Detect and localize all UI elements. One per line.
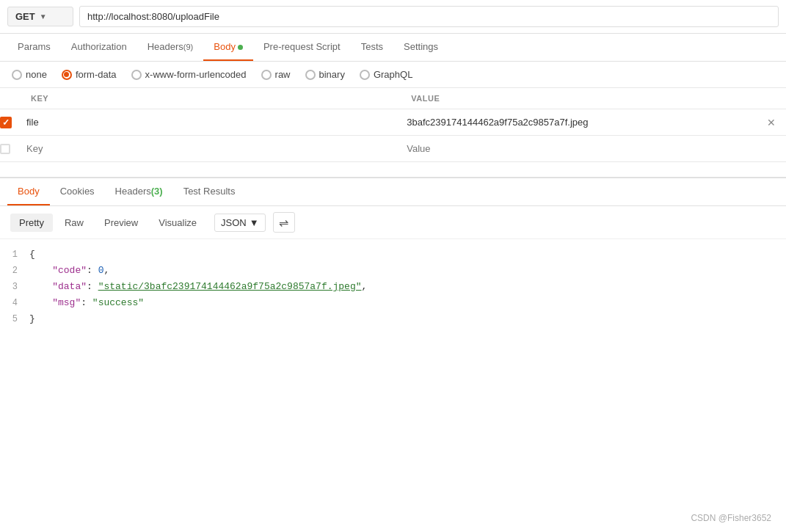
tab-params[interactable]: Params — [7, 34, 61, 61]
line-num-1: 1 — [0, 247, 29, 263]
line-num-5: 5 — [0, 311, 29, 327]
wrap-button[interactable]: ⇌ — [273, 212, 295, 233]
format-chevron-icon: ▼ — [250, 217, 259, 228]
code-line-5: 5 } — [0, 311, 786, 327]
placeholder-key-input[interactable] — [19, 136, 399, 161]
option-none[interactable]: none — [12, 69, 47, 80]
url-bar: GET ▼ — [0, 0, 786, 34]
url-input[interactable] — [79, 6, 779, 27]
option-form-data[interactable]: form-data — [62, 69, 117, 80]
tab-response-cookies[interactable]: Cookies — [50, 178, 105, 205]
value-data-link[interactable]: "static/3bafc239174144462a9f75a2c9857a7f… — [98, 281, 362, 292]
key-msg: "msg" — [52, 297, 81, 308]
value-msg: "success" — [92, 297, 144, 308]
code-line-2: 2 "code": 0, — [0, 263, 786, 279]
format-label: JSON — [221, 217, 247, 228]
placeholder-value-input[interactable] — [399, 136, 786, 161]
radio-form-data — [62, 70, 72, 80]
code-content-1: { — [29, 247, 786, 263]
value-text: 3bafc239174144462a9f75a2c9857a7f.jpeg — [407, 109, 764, 135]
line-num-2: 2 — [0, 263, 29, 279]
placeholder-key-cell — [19, 136, 399, 162]
tab-body[interactable]: Body — [203, 34, 253, 61]
radio-none — [12, 70, 22, 80]
visualize-button[interactable]: Visualize — [150, 214, 205, 232]
radio-urlencoded — [131, 70, 142, 80]
value-code: 0 — [98, 265, 104, 276]
chevron-down-icon: ▼ — [40, 12, 47, 21]
option-raw[interactable]: raw — [261, 69, 291, 80]
response-tabs: Body Cookies Headers(3) Test Results — [0, 178, 786, 206]
col-key-header: KEY — [19, 88, 399, 109]
line-num-3: 3 — [0, 279, 29, 295]
tab-response-body[interactable]: Body — [7, 178, 50, 205]
pretty-button[interactable]: Pretty — [10, 214, 53, 232]
tab-settings[interactable]: Settings — [393, 34, 448, 61]
code-line-3: 3 "data": "static/3bafc239174144462a9f75… — [0, 279, 786, 295]
key-code-icon: "code" — [52, 265, 87, 276]
response-headers-badge: (3) — [151, 186, 163, 197]
code-content-2: "code": 0, — [29, 263, 786, 279]
placeholder-checkbox[interactable] — [0, 144, 10, 154]
tab-headers[interactable]: Headers(9) — [137, 34, 204, 61]
option-graphql[interactable]: GraphQL — [360, 69, 412, 80]
form-data-table: KEY VALUE ✓ 3bafc239174144462a9f75a2c985… — [0, 88, 786, 162]
method-select[interactable]: GET ▼ — [7, 7, 73, 26]
code-content-4: "msg": "success" — [29, 295, 786, 311]
clear-value-button[interactable]: ✕ — [764, 117, 779, 128]
row-checkbox-cell: ✓ — [0, 109, 19, 136]
radio-binary — [305, 70, 316, 80]
tab-tests[interactable]: Tests — [351, 34, 393, 61]
row-checkbox[interactable]: ✓ — [0, 117, 12, 128]
format-select[interactable]: JSON ▼ — [214, 214, 266, 232]
key-data: "data" — [52, 281, 87, 292]
code-content-3: "data": "static/3bafc239174144462a9f75a2… — [29, 279, 786, 295]
headers-badge: (9) — [183, 43, 193, 51]
response-section: Body Cookies Headers(3) Test Results Pre… — [0, 177, 786, 335]
radio-raw — [261, 70, 272, 80]
key-cell — [19, 109, 399, 136]
tab-test-results[interactable]: Test Results — [173, 178, 246, 205]
method-label: GET — [15, 11, 35, 22]
table-placeholder-row — [0, 136, 786, 162]
col-value-header: VALUE — [399, 88, 786, 109]
option-binary[interactable]: binary — [305, 69, 345, 80]
tab-prerequest[interactable]: Pre-request Script — [253, 34, 351, 61]
code-line-1: 1 { — [0, 247, 786, 263]
request-tabs: Params Authorization Headers(9) Body Pre… — [0, 34, 786, 62]
raw-button[interactable]: Raw — [56, 214, 92, 232]
option-urlencoded[interactable]: x-www-form-urlencoded — [131, 69, 247, 80]
radio-graphql — [360, 70, 370, 80]
placeholder-value-cell — [399, 136, 786, 162]
code-content-5: } — [29, 311, 786, 327]
placeholder-checkbox-cell — [0, 136, 19, 162]
line-num-4: 4 — [0, 295, 29, 311]
tab-authorization[interactable]: Authorization — [61, 34, 137, 61]
tab-response-headers[interactable]: Headers(3) — [105, 178, 173, 205]
table-row: ✓ 3bafc239174144462a9f75a2c9857a7f.jpeg … — [0, 109, 786, 136]
code-line-4: 4 "msg": "success" — [0, 295, 786, 311]
col-checkbox-header — [0, 88, 19, 109]
body-dot — [238, 45, 243, 50]
preview-button[interactable]: Preview — [95, 214, 147, 232]
key-input[interactable] — [19, 109, 399, 135]
code-view: 1 { 2 "code": 0, 3 "data": "static/3bafc… — [0, 239, 786, 335]
wrap-icon: ⇌ — [279, 216, 288, 230]
body-options: none form-data x-www-form-urlencoded raw… — [0, 62, 786, 88]
value-cell: 3bafc239174144462a9f75a2c9857a7f.jpeg ✕ — [399, 109, 786, 136]
response-toolbar: Pretty Raw Preview Visualize JSON ▼ ⇌ — [0, 206, 786, 239]
check-icon: ✓ — [2, 117, 10, 128]
